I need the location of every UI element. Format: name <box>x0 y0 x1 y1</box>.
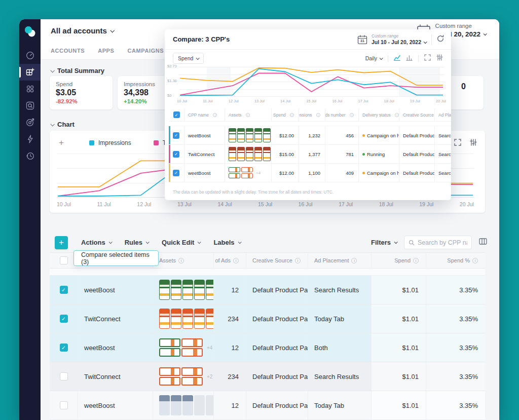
row-checkbox[interactable] <box>173 170 179 176</box>
modal-controls: Spend Daily <box>165 50 451 67</box>
page-title[interactable]: All ad accounts <box>51 26 114 35</box>
modal-date-filter[interactable]: 31 Custom range Jul 10 - Jul 20, 2022 <box>357 33 426 45</box>
col-spend[interactable]: Spend <box>371 253 426 268</box>
cpp-name-cell: weetBoost <box>184 126 225 144</box>
info-icon[interactable] <box>213 113 217 117</box>
bar-chart-toggle[interactable] <box>406 54 413 63</box>
table-row[interactable]: weetBoost +2 12 Default Product Page Sea… <box>50 276 485 304</box>
select-all-checkbox[interactable] <box>173 111 180 118</box>
info-icon[interactable] <box>395 113 399 117</box>
info-icon[interactable] <box>350 113 354 117</box>
tab-accounts[interactable]: ACCOUNTS <box>51 48 85 54</box>
asset-thumbnail <box>229 173 240 178</box>
date-filter-label: Custom range <box>435 23 486 29</box>
table-row[interactable]: TwitConnect +3 234 Default Product Page … <box>50 304 485 333</box>
sidebar-item-automation[interactable] <box>19 81 41 97</box>
col-creative-source[interactable]: Creative Source <box>246 253 308 268</box>
sidebar-item-search-ads[interactable] <box>19 97 41 114</box>
status-dot <box>362 134 365 137</box>
search-input[interactable] <box>418 239 467 246</box>
line-chart-toggle[interactable] <box>394 54 400 63</box>
grid-plus-icon <box>26 68 34 77</box>
select-all-checkbox[interactable] <box>60 256 68 264</box>
modal-date-value[interactable]: Jul 10 - Jul 20, 2022 <box>372 39 426 45</box>
granularity-select[interactable]: Daily <box>365 55 382 61</box>
col-spend[interactable]: Spend <box>271 108 299 121</box>
main-area: All ad accounts Custom range Jul 20, 202… <box>41 19 499 420</box>
table-toolbar: Actions Rules Quick Edit Labels Filters <box>50 236 490 249</box>
search-box[interactable] <box>404 236 472 249</box>
col-assets[interactable]: Assets <box>225 108 271 121</box>
total-summary-toggle[interactable]: Total Summary <box>51 67 104 74</box>
info-icon[interactable] <box>233 258 239 263</box>
info-icon[interactable] <box>413 258 419 263</box>
row-checkbox[interactable] <box>173 151 179 158</box>
quick-edit-menu[interactable]: Quick Edit <box>162 239 200 246</box>
num-ads-cell: 12 <box>213 276 246 304</box>
compare-selected-item[interactable]: Compare selected items (3) <box>81 251 158 265</box>
info-icon[interactable] <box>290 113 294 117</box>
compare-table-row[interactable]: weetBoost +2 $12.00 1,232 456 Campaign o… <box>169 126 451 145</box>
refresh-button[interactable] <box>437 35 444 44</box>
more-assets-label: +2 <box>207 374 212 379</box>
sidebar-item-history[interactable] <box>19 147 41 164</box>
col-num-ads[interactable]: # of Ads <box>213 253 246 268</box>
col-spend-pct[interactable]: Spend % <box>426 253 485 268</box>
col-ad-placement[interactable]: Ad Placement <box>434 108 451 121</box>
table-row[interactable]: weetBoost +4 12 Default Product Page Bot… <box>50 333 485 362</box>
row-checkbox[interactable] <box>60 401 68 409</box>
col-cpp-name[interactable]: CPP name <box>184 108 225 121</box>
col-delivery-status[interactable]: Delivery status <box>358 108 399 121</box>
chart-section-toggle[interactable]: Chart <box>51 121 75 128</box>
sidebar-item-optimization[interactable] <box>19 114 41 131</box>
app-window: All ad accounts Custom range Jul 20, 202… <box>19 19 499 420</box>
col-creative-source[interactable]: Creative Source <box>399 108 434 121</box>
col-ad-placement[interactable]: Ad Placement <box>308 253 371 268</box>
legend-item-impressions[interactable]: Impressions <box>89 139 131 146</box>
assets-cell: +4 <box>225 164 271 182</box>
col-keywords[interactable]: Keywords number <box>325 108 358 121</box>
add-metric-button[interactable] <box>56 137 67 148</box>
sidebar-nav <box>19 47 41 164</box>
row-checkbox[interactable] <box>60 286 68 294</box>
compare-table-row[interactable]: weetBoost +4 $12.00 1,100 409 Campaign o… <box>169 164 451 182</box>
info-icon[interactable] <box>316 113 320 117</box>
tab-campaigns[interactable]: CAMPAIGNS <box>128 48 164 54</box>
cpp-name-cell: weetBoost <box>78 391 153 419</box>
col-assets[interactable]: Assets <box>153 253 213 268</box>
info-icon[interactable] <box>246 113 250 117</box>
row-checkbox[interactable] <box>60 315 68 323</box>
columns-settings-icon[interactable] <box>479 238 487 247</box>
expand-button[interactable] <box>424 54 431 63</box>
assets-cell: +3 <box>153 304 213 333</box>
labels-menu[interactable]: Labels <box>213 239 240 246</box>
info-icon[interactable] <box>472 258 478 263</box>
sidebar-item-quick-actions[interactable] <box>19 131 41 147</box>
table-row[interactable]: TwitConnect +2 234 Default Product Page … <box>50 362 485 391</box>
ad-placement-cell: Search Results <box>308 276 371 304</box>
row-checkbox[interactable] <box>60 343 68 352</box>
table-row[interactable]: weetBoost 12 Default Product Page Today … <box>50 391 485 420</box>
metric-select[interactable]: Spend <box>173 53 204 64</box>
row-checkbox[interactable] <box>173 132 179 139</box>
settings-sliders-icon[interactable] <box>470 139 477 146</box>
create-cpp-button[interactable] <box>55 236 68 249</box>
fullscreen-icon[interactable] <box>454 139 461 146</box>
chart-settings-button[interactable] <box>436 54 443 63</box>
spend-cell: $12.00 <box>271 164 299 182</box>
brand-logo-icon[interactable] <box>23 25 36 38</box>
ad-placement-cell: Both <box>308 333 371 362</box>
compare-table-row[interactable]: TwitConnect +3 $15.00 1,377 781 Running … <box>169 145 451 164</box>
info-icon[interactable] <box>295 258 301 263</box>
rules-menu[interactable]: Rules <box>125 239 149 246</box>
col-impressions[interactable]: Impressions <box>299 108 325 121</box>
sidebar-item-ad-manager[interactable] <box>19 64 41 81</box>
tab-apps[interactable]: APPS <box>98 48 114 54</box>
info-icon[interactable] <box>178 258 184 263</box>
filters-button[interactable]: Filters <box>371 239 397 246</box>
info-icon[interactable] <box>351 258 357 263</box>
compare-chart-plot[interactable] <box>179 67 444 96</box>
sidebar-item-dashboard[interactable] <box>19 47 41 64</box>
actions-menu[interactable]: Actions <box>81 239 112 246</box>
row-checkbox[interactable] <box>60 372 68 380</box>
